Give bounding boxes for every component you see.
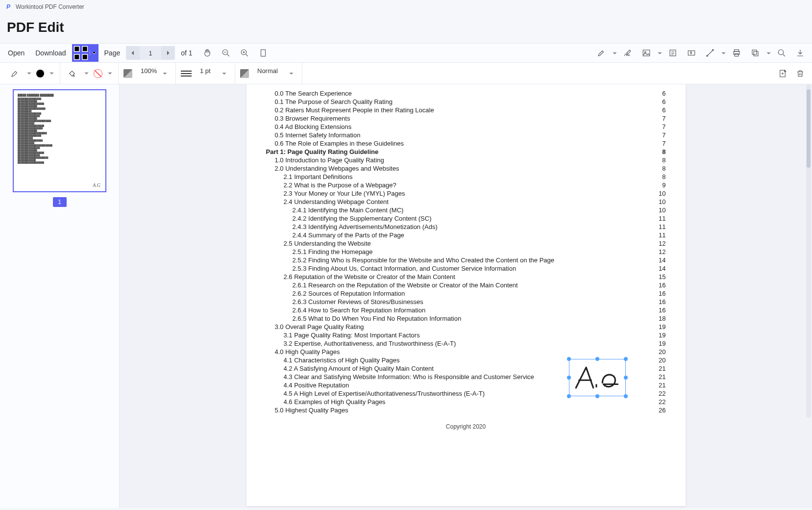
resize-handle-sw[interactable] (567, 394, 571, 398)
zoom-out-button[interactable] (217, 44, 235, 62)
svg-rect-3 (82, 54, 88, 60)
fit-page-button[interactable] (254, 44, 272, 62)
blend-icon (240, 69, 249, 78)
highlight-button[interactable] (592, 44, 610, 62)
vertical-scrollbar[interactable] (806, 84, 811, 418)
toc-page: 15 (651, 273, 666, 280)
image-dropdown[interactable] (656, 51, 663, 55)
toc-row: 2.6.5 What to Do When You Find No Reputa… (266, 314, 666, 323)
prev-page-button[interactable] (126, 46, 140, 60)
copy-button[interactable] (746, 44, 764, 62)
thumbnail-panel: █████ ███████ ████████ █████████████████… (0, 84, 120, 508)
resize-handle-e[interactable] (624, 376, 628, 380)
toc-title: 4.5 A High Level of Expertise/Authoritat… (284, 390, 485, 397)
toc-title: 0.1 The Purpose of Search Quality Rating (275, 98, 393, 105)
toc-title: 0.2 Raters Must Represent People in thei… (275, 106, 434, 114)
toc-row: 0.0 The Search Experience6 (266, 89, 666, 98)
toc-row: 2.6.2 Sources of Reputation Information1… (266, 289, 666, 298)
toc-title: 2.5 Understanding the Website (284, 240, 371, 247)
svg-rect-2 (74, 54, 79, 60)
toc-page: 18 (651, 315, 666, 322)
toc-row: 2.1 Important Definitions8 (266, 173, 666, 181)
bucket-button[interactable] (65, 67, 79, 80)
toc-page: 22 (651, 390, 666, 397)
workspace: █████ ███████ ████████ █████████████████… (0, 84, 812, 508)
line-tool-dropdown[interactable] (720, 51, 727, 55)
toc-page: 20 (651, 357, 666, 364)
toc-page: 10 (651, 206, 666, 214)
add-page-button[interactable] (774, 65, 791, 82)
toc-title: 2.5.3 Finding About Us, Contact Informat… (293, 265, 517, 272)
toc-title: 2.6.2 Sources of Reputation Information (293, 290, 405, 297)
toc-page: 11 (651, 231, 666, 239)
resize-handle-s[interactable] (595, 394, 599, 398)
resize-handle-nw[interactable] (567, 357, 571, 361)
delete-button[interactable] (791, 65, 809, 82)
format-toolbar: 100% 1 pt Normal (0, 63, 812, 84)
svg-point-12 (713, 50, 714, 51)
textbox-button[interactable] (683, 44, 700, 62)
toc-page: 19 (651, 323, 666, 331)
document-canvas[interactable]: 0.0 The Search Experience60.1 The Purpos… (120, 84, 812, 508)
download-button[interactable]: Download (30, 46, 71, 60)
copy-dropdown[interactable] (765, 51, 772, 55)
toc-row: 0.4 Ad Blocking Extensions7 (266, 123, 666, 131)
note-button[interactable] (664, 44, 682, 62)
fill-color-swatch[interactable] (36, 70, 44, 77)
thumbnails-toggle-button[interactable] (72, 44, 98, 62)
scrollbar-thumb[interactable] (807, 89, 811, 168)
eyedropper-dropdown[interactable] (25, 71, 32, 76)
image-button[interactable] (638, 44, 655, 62)
stroke-width-select[interactable]: 1 pt (196, 67, 230, 80)
chevron-down-icon[interactable] (90, 51, 98, 55)
toc-row: 2.4.1 Identifying the Main Content (MC)1… (266, 206, 666, 214)
bucket-dropdown[interactable] (83, 71, 90, 76)
toc-page: 21 (651, 382, 666, 389)
toc-title: 2.4.1 Identifying the Main Content (MC) (293, 206, 404, 214)
zoom-in-button[interactable] (236, 44, 253, 62)
thumbnail-page-number: 1 (53, 197, 67, 207)
svg-rect-0 (74, 47, 79, 52)
zoom-select[interactable]: 100% (136, 67, 171, 80)
open-button[interactable]: Open (3, 46, 29, 60)
thumbnail-page-1[interactable]: █████ ███████ ████████ █████████████████… (13, 89, 106, 192)
toc-title: 3.2 Expertise, Authoritativeness, and Tr… (284, 340, 456, 347)
toc-page: 26 (651, 407, 666, 414)
toc-page: 16 (651, 290, 666, 297)
page-number-input[interactable] (140, 46, 161, 60)
window-titlebar: P Workintool PDF Converter (0, 0, 812, 14)
toc-page: 7 (651, 123, 666, 130)
search-button[interactable] (773, 44, 790, 62)
toc-title: 4.0 High Quality Pages (275, 348, 340, 356)
next-page-button[interactable] (161, 46, 175, 60)
highlight-dropdown[interactable] (611, 51, 618, 55)
toc-page: 14 (651, 256, 666, 264)
toc-title: 2.5.1 Finding the Homepage (293, 248, 373, 255)
border-color-dropdown[interactable] (106, 71, 113, 76)
resize-handle-n[interactable] (595, 357, 599, 361)
hand-pan-button[interactable] (198, 44, 216, 62)
toc-title: 0.5 Internet Safety Information (275, 131, 361, 139)
toc-row: 2.5.2 Finding Who is Responsible for the… (266, 256, 666, 264)
resize-handle-se[interactable] (624, 394, 628, 398)
resize-handle-w[interactable] (567, 376, 571, 380)
toc-page: 21 (651, 373, 666, 381)
signature-button[interactable] (619, 44, 637, 62)
toc-row: 4.6 Examples of High Quality Pages22 (266, 398, 666, 406)
toc-title: 0.6 The Role of Examples in these Guidel… (275, 140, 404, 147)
fill-color-dropdown[interactable] (48, 71, 55, 76)
toc-row: 2.5.3 Finding About Us, Contact Informat… (266, 264, 666, 273)
resize-handle-ne[interactable] (624, 357, 628, 361)
toc-row: 0.1 The Purpose of Search Quality Rating… (266, 98, 666, 106)
save-download-button[interactable] (791, 44, 809, 62)
toc-row: 3.1 Page Quality Rating: Most Important … (266, 331, 666, 339)
blend-mode-select[interactable]: Normal (253, 67, 297, 80)
toc-title: Part 1: Page Quality Rating Guideline (266, 148, 379, 155)
no-border-icon[interactable] (94, 69, 102, 78)
print-button[interactable] (728, 44, 745, 62)
toc-title: 2.4 Understanding Webpage Content (284, 198, 389, 205)
line-tool-button[interactable] (701, 44, 719, 62)
signature-object[interactable] (569, 359, 626, 396)
eyedropper-button[interactable] (8, 67, 22, 80)
svg-rect-17 (752, 50, 757, 54)
